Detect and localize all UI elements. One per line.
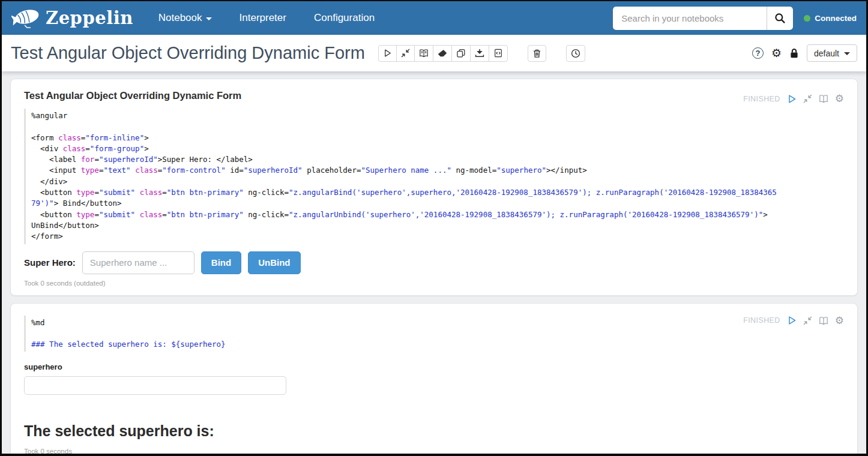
top-navbar: Zeppelin Notebook Interpreter Configurat… — [2, 1, 866, 35]
execution-time: Took 0 seconds — [24, 448, 844, 455]
clone-note-button[interactable] — [451, 45, 471, 62]
connection-status: Connected — [804, 14, 857, 23]
export-icon — [475, 49, 484, 58]
collapse-icon — [401, 49, 410, 58]
nav-item-interpreter[interactable]: Interpreter — [240, 12, 286, 24]
execution-time: Took 0 seconds (outdated) — [24, 280, 844, 287]
run-paragraph-icon[interactable] — [787, 94, 797, 104]
paragraph-title: Test Angular Object Overriding Dynamic F… — [24, 90, 844, 101]
clear-output-button[interactable] — [433, 45, 452, 62]
lock-icon — [789, 48, 799, 59]
interpreter-binding-dropdown[interactable]: default — [807, 44, 857, 62]
notebook-search — [613, 7, 793, 30]
superhero-input[interactable] — [82, 251, 194, 274]
paragraph-settings-icon[interactable]: ⚙ — [835, 316, 844, 326]
export-note-button[interactable] — [470, 45, 489, 62]
zeppelin-brand[interactable]: Zeppelin — [11, 5, 133, 31]
collapse-paragraph-icon[interactable] — [803, 316, 812, 325]
show-editor-icon[interactable] — [819, 94, 828, 103]
chevron-down-icon — [844, 52, 850, 55]
collapse-paragraph-icon[interactable] — [803, 94, 812, 103]
paragraph-angular-form: FINISHED ⚙ Test Angular Object Overridin… — [10, 79, 858, 296]
nav-item-configuration[interactable]: Configuration — [314, 12, 375, 24]
brand-name: Zeppelin — [46, 8, 133, 28]
code-editor[interactable]: %angular <form class="form-inline"> <div… — [24, 109, 844, 244]
note-title[interactable]: Test Angular Object Overriding Dynamic F… — [11, 43, 365, 63]
permissions-button[interactable] — [789, 48, 799, 59]
note-toolbar-right: ? ⚙ default — [752, 44, 857, 62]
collapse-all-button[interactable] — [396, 45, 415, 62]
note-toolbar-group — [378, 45, 508, 62]
connected-dot-icon — [804, 15, 810, 22]
clone-icon — [456, 49, 466, 58]
nav-item-notebook[interactable]: Notebook — [158, 12, 212, 24]
note-content: FINISHED ⚙ Test Angular Object Overridin… — [2, 71, 866, 456]
code-editor[interactable]: %md ### The selected superhero is: ${sup… — [24, 316, 844, 352]
scheduler-button[interactable] — [566, 45, 585, 62]
superhero-label: Super Hero: — [24, 257, 76, 268]
chevron-down-icon — [206, 17, 212, 20]
settings-gear-icon: ⚙ — [771, 47, 782, 59]
superhero-form-label: superhero — [24, 362, 844, 371]
unbind-button[interactable]: UnBind — [248, 251, 300, 274]
note-action-bar: Test Angular Object Overriding Dynamic F… — [2, 35, 866, 71]
clock-icon — [571, 49, 580, 58]
run-paragraph-icon[interactable] — [787, 316, 797, 325]
remove-note-button[interactable] — [528, 45, 546, 62]
connection-label: Connected — [815, 14, 857, 23]
help-icon: ? — [752, 47, 764, 59]
angular-output-form: Super Hero: Bind UnBind — [24, 251, 844, 274]
superhero-dynamic-form-input[interactable] — [24, 376, 286, 395]
status-badge: FINISHED — [743, 95, 780, 103]
zeppelin-app: Zeppelin Notebook Interpreter Configurat… — [0, 0, 868, 456]
clear-output-icon — [438, 49, 447, 58]
bind-button[interactable]: Bind — [201, 251, 241, 274]
note-settings-button[interactable]: ⚙ — [771, 47, 782, 59]
status-badge: FINISHED — [743, 316, 780, 325]
trash-icon — [532, 49, 541, 58]
code-download-icon — [493, 49, 503, 58]
show-editor-icon[interactable] — [819, 316, 828, 325]
run-all-paragraphs-button[interactable] — [378, 45, 397, 62]
show-hide-code-button[interactable] — [414, 45, 433, 62]
show-code-icon — [419, 49, 429, 58]
search-button[interactable] — [767, 7, 793, 30]
paragraph-settings-icon[interactable]: ⚙ — [835, 94, 844, 104]
paragraph-markdown: FINISHED ⚙ %md ### The selected superher… — [10, 303, 858, 456]
code-download-button[interactable] — [489, 45, 508, 62]
search-icon — [774, 13, 786, 24]
zeppelin-blimp-icon — [11, 5, 40, 31]
paragraph-controls: FINISHED ⚙ — [743, 94, 844, 104]
run-all-icon — [383, 49, 392, 58]
shortcut-help-button[interactable]: ? — [752, 47, 764, 59]
markdown-output-heading: The selected superhero is: — [24, 422, 844, 440]
paragraph-controls: FINISHED ⚙ — [743, 316, 844, 326]
search-input[interactable] — [613, 7, 767, 30]
